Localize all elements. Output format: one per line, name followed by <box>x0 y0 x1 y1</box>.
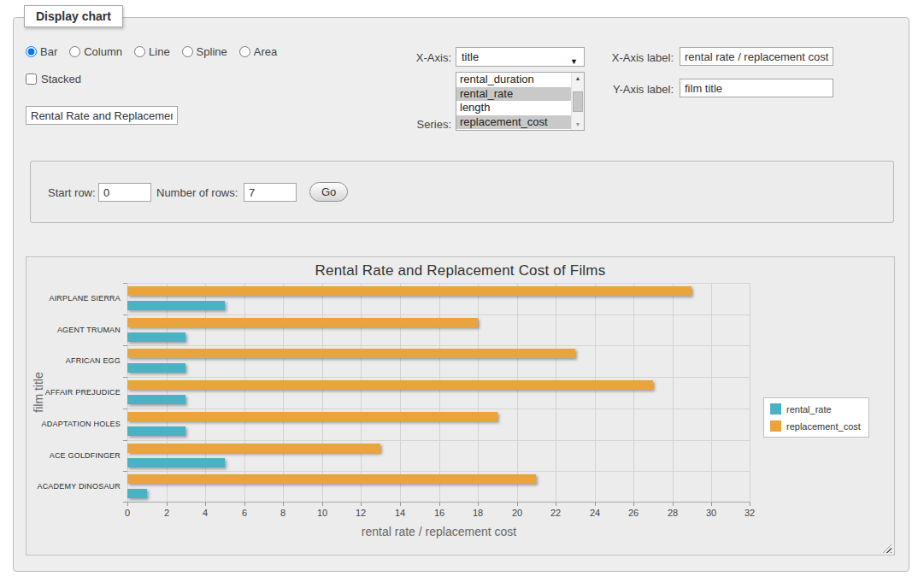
x-axis-tick <box>556 503 556 506</box>
bar-rental_rate[interactable] <box>127 489 147 498</box>
y-axis-tick <box>123 471 127 472</box>
gridline-x-14 <box>400 283 401 503</box>
bar-replacement_cost[interactable] <box>127 474 536 484</box>
chart-type-option-spline[interactable]: Spline <box>182 45 227 58</box>
x-axis-tick-label: 8 <box>270 508 296 518</box>
gridline-x-32 <box>750 283 750 503</box>
gridline-y <box>127 377 750 378</box>
x-axis-tick <box>711 503 712 506</box>
gridline-x-26 <box>633 283 634 503</box>
x-axis-tick-label: 26 <box>621 508 646 518</box>
bar-replacement_cost[interactable] <box>127 318 478 327</box>
x-axis-tick-label: 4 <box>192 508 218 518</box>
go-button[interactable]: Go <box>309 182 348 202</box>
x-axis-tick <box>633 503 634 506</box>
x-axis-tick-label: 0 <box>115 508 140 518</box>
series-listbox[interactable]: rental_durationrental_ratelengthreplacem… <box>456 72 585 131</box>
y-axis-tick <box>123 283 127 284</box>
series-label: Series: <box>376 118 451 131</box>
scrollbar-thumb[interactable] <box>573 91 583 112</box>
chart-title-input[interactable] <box>26 106 178 125</box>
gridline-y <box>127 315 750 315</box>
chart-title: Rental Rate and Replacement Cost of Film… <box>26 262 894 279</box>
bar-rental_rate[interactable] <box>127 395 185 404</box>
chart-type-radio-bar[interactable] <box>26 46 37 57</box>
chart-type-radio-line[interactable] <box>134 46 145 57</box>
gridline-y <box>127 345 750 346</box>
x-axis-tick <box>322 503 323 506</box>
y-axis-label-input[interactable] <box>680 79 833 97</box>
gridline-y <box>127 471 750 472</box>
x-axis-tick-label: 10 <box>309 508 335 518</box>
bar-rental_rate[interactable] <box>127 458 225 467</box>
gridline-x-12 <box>361 283 362 503</box>
bar-replacement_cost[interactable] <box>127 380 653 390</box>
chart-type-option-line[interactable]: Line <box>134 45 170 58</box>
dropdown-arrow-icon: ▼ <box>570 53 578 71</box>
fieldset-legend: Display chart <box>24 5 123 27</box>
gridline-x-22 <box>556 283 556 503</box>
y-axis-tick <box>123 345 127 346</box>
x-axis-tick-label: 12 <box>348 508 374 518</box>
resize-handle-icon[interactable] <box>883 544 892 553</box>
bar-replacement_cost[interactable] <box>127 286 692 296</box>
x-axis-tick-label: 20 <box>504 508 530 518</box>
category-label: ACADEMY DINOSAUR <box>32 471 121 503</box>
x-axis-tick <box>205 503 206 506</box>
series-option-length[interactable]: length <box>456 101 584 115</box>
bar-rental_rate[interactable] <box>127 301 225 310</box>
x-axis-tick <box>361 503 362 506</box>
num-rows-label: Number of rows: <box>156 186 238 199</box>
legend-item-rental_rate[interactable]: rental_rate <box>770 403 861 414</box>
num-rows-input[interactable] <box>244 183 297 202</box>
category-label: ACE GOLDFINGER <box>32 440 121 472</box>
chart-type-radio-area[interactable] <box>239 46 250 57</box>
chart-type-option-bar[interactable]: Bar <box>26 45 57 58</box>
series-option-rental_rate[interactable]: rental_rate <box>456 87 584 102</box>
scrollbar-down-icon[interactable]: ▼ <box>572 119 584 130</box>
y-axis-tick <box>123 502 127 503</box>
legend-label: replacement_cost <box>786 421 861 432</box>
chart-type-radio-column[interactable] <box>69 46 80 57</box>
chart-type-label: Spline <box>197 45 227 58</box>
x-axis-tick <box>478 503 479 506</box>
series-option-rental_duration[interactable]: rental_duration <box>456 73 584 87</box>
bar-rental_rate[interactable] <box>127 426 185 436</box>
gridline-x-28 <box>673 283 674 503</box>
gridline-x-0 <box>127 283 128 503</box>
y-axis-label-label: Y-Axis label: <box>598 83 674 96</box>
chart-type-option-area[interactable]: Area <box>239 45 277 58</box>
legend-item-replacement_cost[interactable]: replacement_cost <box>770 420 861 432</box>
y-axis-tick <box>123 409 127 409</box>
start-row-input[interactable] <box>98 183 151 202</box>
x-axis-tick <box>750 503 750 506</box>
chart-type-radio-group: BarColumnLineSplineArea <box>26 45 277 58</box>
gridline-x-18 <box>478 283 479 503</box>
x-axis-tick <box>167 503 168 506</box>
series-option-replacement_cost[interactable]: replacement_cost <box>456 115 584 130</box>
bar-replacement_cost[interactable] <box>127 412 497 421</box>
gridline-x-20 <box>517 283 518 503</box>
x-axis-tick-label: 32 <box>737 508 762 518</box>
x-axis-select[interactable]: title ▼ <box>456 47 585 67</box>
gridline-x-10 <box>322 283 323 503</box>
legend-swatch-replacement_cost <box>770 420 781 432</box>
x-axis-tick <box>400 503 401 506</box>
x-axis-tick <box>283 503 284 506</box>
x-axis-label-input[interactable] <box>680 47 833 66</box>
scrollbar-up-icon[interactable]: ▲ <box>572 73 584 84</box>
x-axis-tick-label: 28 <box>660 508 686 518</box>
bar-replacement_cost[interactable] <box>127 444 380 453</box>
bar-replacement_cost[interactable] <box>127 349 575 358</box>
bar-rental_rate[interactable] <box>127 363 185 373</box>
gridline-x-24 <box>595 283 596 503</box>
chart-type-radio-spline[interactable] <box>182 46 193 57</box>
series-scrollbar[interactable]: ▲ ▼ <box>571 73 584 130</box>
x-axis-tick-label: 30 <box>698 508 724 518</box>
stacked-checkbox[interactable] <box>26 73 37 85</box>
chart-type-option-column[interactable]: Column <box>69 45 122 58</box>
chart-type-label: Bar <box>40 45 57 58</box>
gridline-y <box>127 409 750 409</box>
bar-rental_rate[interactable] <box>127 332 185 342</box>
x-axis-tick <box>673 503 674 506</box>
